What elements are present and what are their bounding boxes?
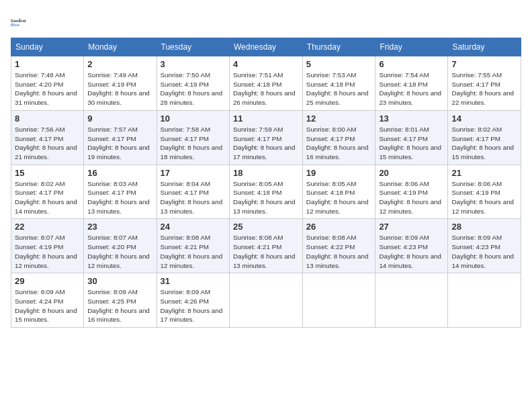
- calendar-cell: 21Sunrise: 8:06 AMSunset: 4:19 PMDayligh…: [448, 165, 521, 219]
- calendar-cell: 19Sunrise: 8:05 AMSunset: 4:18 PMDayligh…: [302, 165, 375, 219]
- calendar-cell: [302, 273, 375, 328]
- day-number: 26: [306, 222, 372, 232]
- cell-content: Sunrise: 7:48 AMSunset: 4:20 PMDaylight:…: [15, 71, 80, 107]
- calendar-cell: 23Sunrise: 8:07 AMSunset: 4:20 PMDayligh…: [84, 219, 157, 273]
- header-saturday: Saturday: [448, 38, 521, 56]
- calendar-cell: [375, 273, 448, 328]
- day-number: 24: [161, 222, 226, 232]
- header-friday: Friday: [375, 38, 448, 56]
- calendar-cell: [448, 273, 521, 328]
- cell-content: Sunrise: 8:08 AMSunset: 4:21 PMDaylight:…: [161, 233, 226, 270]
- day-number: 14: [451, 113, 517, 124]
- calendar-cell: 4Sunrise: 7:51 AMSunset: 4:18 PMDaylight…: [229, 56, 302, 111]
- cell-content: Sunrise: 8:04 AMSunset: 4:17 PMDaylight:…: [161, 179, 226, 216]
- day-number: 11: [233, 113, 299, 124]
- calendar-cell: 9Sunrise: 7:57 AMSunset: 4:17 PMDaylight…: [84, 110, 157, 165]
- calendar-cell: 12Sunrise: 8:00 AMSunset: 4:17 PMDayligh…: [302, 110, 375, 165]
- calendar-cell: 7Sunrise: 7:55 AMSunset: 4:17 PMDaylight…: [448, 56, 521, 111]
- cell-content: Sunrise: 8:09 AMSunset: 4:23 PMDaylight:…: [451, 233, 517, 270]
- calendar-cell: 29Sunrise: 8:09 AMSunset: 4:24 PMDayligh…: [11, 273, 84, 328]
- cell-content: Sunrise: 8:07 AMSunset: 4:19 PMDaylight:…: [15, 233, 80, 270]
- header-tuesday: Tuesday: [157, 38, 229, 56]
- day-number: 25: [233, 222, 299, 232]
- calendar-cell: 17Sunrise: 8:04 AMSunset: 4:17 PMDayligh…: [157, 165, 229, 219]
- cell-content: Sunrise: 8:09 AMSunset: 4:26 PMDaylight:…: [161, 287, 226, 324]
- cell-content: Sunrise: 8:08 AMSunset: 4:22 PMDaylight:…: [306, 233, 372, 270]
- cell-content: Sunrise: 7:59 AMSunset: 4:17 PMDaylight:…: [233, 125, 299, 162]
- day-number: 9: [87, 113, 152, 124]
- cell-content: Sunrise: 7:54 AMSunset: 4:18 PMDaylight:…: [379, 71, 444, 107]
- cell-content: Sunrise: 8:09 AMSunset: 4:25 PMDaylight:…: [87, 287, 152, 324]
- cell-content: Sunrise: 7:50 AMSunset: 4:19 PMDaylight:…: [161, 71, 226, 107]
- calendar-cell: 28Sunrise: 8:09 AMSunset: 4:23 PMDayligh…: [448, 219, 521, 273]
- calendar-cell: 8Sunrise: 7:56 AMSunset: 4:17 PMDaylight…: [11, 110, 84, 165]
- svg-text:Blue: Blue: [11, 23, 20, 27]
- day-number: 29: [15, 276, 80, 286]
- cell-content: Sunrise: 8:03 AMSunset: 4:17 PMDaylight:…: [87, 179, 152, 216]
- calendar-cell: 2Sunrise: 7:49 AMSunset: 4:19 PMDaylight…: [84, 56, 157, 111]
- calendar-cell: [229, 273, 302, 328]
- day-number: 19: [306, 168, 372, 178]
- cell-content: Sunrise: 7:58 AMSunset: 4:17 PMDaylight:…: [161, 125, 226, 162]
- calendar-header-row: SundayMondayTuesdayWednesdayThursdayFrid…: [11, 38, 521, 56]
- calendar-cell: 11Sunrise: 7:59 AMSunset: 4:17 PMDayligh…: [229, 110, 302, 165]
- calendar-cell: 13Sunrise: 8:01 AMSunset: 4:17 PMDayligh…: [375, 110, 448, 165]
- calendar-cell: 6Sunrise: 7:54 AMSunset: 4:18 PMDaylight…: [375, 56, 448, 111]
- header-monday: Monday: [84, 38, 157, 56]
- logo-icon: General Blue: [11, 11, 30, 30]
- cell-content: Sunrise: 8:08 AMSunset: 4:21 PMDaylight:…: [233, 233, 299, 270]
- day-number: 16: [87, 168, 152, 178]
- day-number: 2: [87, 59, 152, 69]
- day-number: 27: [379, 222, 444, 232]
- day-number: 12: [306, 113, 372, 124]
- cell-content: Sunrise: 8:09 AMSunset: 4:24 PMDaylight:…: [15, 287, 80, 324]
- cell-content: Sunrise: 7:49 AMSunset: 4:19 PMDaylight:…: [87, 71, 152, 107]
- day-number: 3: [161, 59, 226, 69]
- day-number: 18: [233, 168, 299, 178]
- day-number: 8: [15, 113, 80, 124]
- calendar-cell: 1Sunrise: 7:48 AMSunset: 4:20 PMDaylight…: [11, 56, 84, 111]
- calendar-cell: 22Sunrise: 8:07 AMSunset: 4:19 PMDayligh…: [11, 219, 84, 273]
- calendar-cell: 14Sunrise: 8:02 AMSunset: 4:17 PMDayligh…: [448, 110, 521, 165]
- calendar-cell: 5Sunrise: 7:53 AMSunset: 4:18 PMDaylight…: [302, 56, 375, 111]
- calendar: SundayMondayTuesdayWednesdayThursdayFrid…: [11, 38, 521, 328]
- cell-content: Sunrise: 7:56 AMSunset: 4:17 PMDaylight:…: [15, 125, 80, 162]
- cell-content: Sunrise: 7:53 AMSunset: 4:18 PMDaylight:…: [306, 71, 372, 107]
- week-row-3: 15Sunrise: 8:02 AMSunset: 4:17 PMDayligh…: [11, 165, 521, 219]
- cell-content: Sunrise: 8:01 AMSunset: 4:17 PMDaylight:…: [379, 125, 444, 162]
- cell-content: Sunrise: 7:51 AMSunset: 4:18 PMDaylight:…: [233, 71, 299, 107]
- cell-content: Sunrise: 8:06 AMSunset: 4:19 PMDaylight:…: [379, 179, 444, 216]
- header-thursday: Thursday: [302, 38, 375, 56]
- week-row-1: 1Sunrise: 7:48 AMSunset: 4:20 PMDaylight…: [11, 56, 521, 111]
- day-number: 1: [15, 59, 80, 69]
- calendar-cell: 25Sunrise: 8:08 AMSunset: 4:21 PMDayligh…: [229, 219, 302, 273]
- cell-content: Sunrise: 8:00 AMSunset: 4:17 PMDaylight:…: [306, 125, 372, 162]
- day-number: 4: [233, 59, 299, 69]
- calendar-cell: 26Sunrise: 8:08 AMSunset: 4:22 PMDayligh…: [302, 219, 375, 273]
- cell-content: Sunrise: 8:06 AMSunset: 4:19 PMDaylight:…: [451, 179, 517, 216]
- calendar-cell: 18Sunrise: 8:05 AMSunset: 4:18 PMDayligh…: [229, 165, 302, 219]
- week-row-5: 29Sunrise: 8:09 AMSunset: 4:24 PMDayligh…: [11, 273, 521, 328]
- day-number: 20: [379, 168, 444, 178]
- calendar-cell: 16Sunrise: 8:03 AMSunset: 4:17 PMDayligh…: [84, 165, 157, 219]
- cell-content: Sunrise: 8:02 AMSunset: 4:17 PMDaylight:…: [15, 179, 80, 216]
- day-number: 31: [161, 276, 226, 286]
- cell-content: Sunrise: 7:57 AMSunset: 4:17 PMDaylight:…: [87, 125, 152, 162]
- cell-content: Sunrise: 8:09 AMSunset: 4:23 PMDaylight:…: [379, 233, 444, 270]
- day-number: 28: [451, 222, 517, 232]
- day-number: 7: [451, 59, 517, 69]
- cell-content: Sunrise: 8:05 AMSunset: 4:18 PMDaylight:…: [233, 179, 299, 216]
- header-wednesday: Wednesday: [229, 38, 302, 56]
- svg-text:General: General: [11, 19, 26, 23]
- cell-content: Sunrise: 8:07 AMSunset: 4:20 PMDaylight:…: [87, 233, 152, 270]
- day-number: 15: [15, 168, 80, 178]
- calendar-cell: 30Sunrise: 8:09 AMSunset: 4:25 PMDayligh…: [84, 273, 157, 328]
- cell-content: Sunrise: 8:05 AMSunset: 4:18 PMDaylight:…: [306, 179, 372, 216]
- day-number: 5: [306, 59, 372, 69]
- day-number: 10: [161, 113, 226, 124]
- calendar-cell: 3Sunrise: 7:50 AMSunset: 4:19 PMDaylight…: [157, 56, 229, 111]
- day-number: 21: [451, 168, 517, 178]
- day-number: 13: [379, 113, 444, 124]
- day-number: 6: [379, 59, 444, 69]
- calendar-cell: 24Sunrise: 8:08 AMSunset: 4:21 PMDayligh…: [157, 219, 229, 273]
